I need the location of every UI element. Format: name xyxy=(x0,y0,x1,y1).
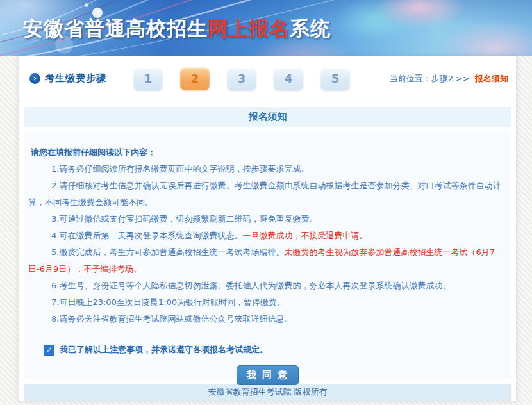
checkbox-check-icon: ✓ xyxy=(46,345,52,355)
agreement-row: ✓ 我已了解以上注意事项，并承诺遵守各项报名考试规定。 xyxy=(44,344,508,356)
notice-intro: 请您在填报前仔细阅读以下内容： xyxy=(31,144,508,161)
step-section-title-label: 考生缴费步骤 xyxy=(45,72,106,85)
breadcrumb-current: 报名须知 xyxy=(475,74,508,83)
breadcrumb-prefix: 当前位置：步骤2 >> xyxy=(390,74,470,83)
agree-button[interactable]: 我 同 意 xyxy=(237,365,299,385)
header-banner: 安徽省普通高校招生网上报名系统 xyxy=(0,0,532,56)
step-indicator: 12345 xyxy=(133,67,350,90)
step-box-3: 3 xyxy=(227,67,256,90)
step-box-5: 5 xyxy=(320,67,350,90)
notice-item-3: 3.可通过微信或支付宝扫码缴费，切勿频繁刷新二维码，避免重复缴费。 xyxy=(27,211,508,227)
notice-content-panel: 请您在填报前仔细阅读以下内容： 1.请务必仔细阅读所有报名缴费页面中的文字说明，… xyxy=(24,131,511,379)
breadcrumb: 当前位置：步骤2 >> 报名须知 xyxy=(390,73,508,85)
main-content-panel: › 考生缴费步骤 12345 当前位置：步骤2 >> 报名须知 报名须知 请您在… xyxy=(19,56,516,401)
step-section-title: › 考生缴费步骤 xyxy=(29,72,106,85)
notice-list: 1.请务必仔细阅读所有报名缴费页面中的文字说明，按步骤要求完成。2.请仔细核对考… xyxy=(27,161,508,327)
app-title-suffix: 系统 xyxy=(290,17,331,40)
agreement-checkbox[interactable]: ✓ xyxy=(44,345,54,356)
app-title: 安徽省普通高校招生网上报名系统 xyxy=(23,15,331,42)
footer-copyright: 安徽省教育招生考试院 版权所有 xyxy=(24,384,511,401)
notice-item-6: 6.考生号、身份证号等个人隐私信息切勿泄露。委托他人代为缴费的，务必本人再次登录… xyxy=(27,277,508,294)
notice-item-4-warning: 一旦缴费成功，不接受退费申请。 xyxy=(242,231,367,240)
notice-title: 报名须知 xyxy=(24,107,511,127)
notice-item-4: 4.可在缴费后第二天再次登录本系统查询缴费状态。一旦缴费成功，不接受退费申请。 xyxy=(27,227,508,244)
step-section-marker-icon: › xyxy=(29,73,40,84)
step-row: › 考生缴费步骤 12345 当前位置：步骤2 >> 报名须知 xyxy=(19,56,516,101)
step-box-4: 4 xyxy=(274,67,303,90)
button-row: 我 同 意 xyxy=(27,365,508,385)
notice-item-1: 1.请务必仔细阅读所有报名缴费页面中的文字说明，按步骤要求完成。 xyxy=(27,161,508,178)
agreement-label: 我已了解以上注意事项，并承诺遵守各项报名考试规定。 xyxy=(60,344,268,356)
notice-item-5: 5.缴费完成后，考生方可参加普通高校招生统一考试考场编排。未缴费的考生视为放弃参… xyxy=(27,244,508,277)
notice-item-8: 8.请务必关注省教育招生考试院网站或微信公众号获取详细信息。 xyxy=(27,311,508,327)
notice-item-7: 7.每日晚上23:00至次日凌晨1:00为银行对账时间，暂停缴费。 xyxy=(27,294,508,311)
notice-item-2: 2.请仔细核对考生信息并确认无误后再进行缴费。考生缴费金额由系统自动根据考生是否… xyxy=(27,178,508,211)
app-title-prefix: 安徽省普通高校招生 xyxy=(23,17,208,40)
app-title-highlight: 网上报名 xyxy=(208,17,290,40)
step-box-1: 1 xyxy=(133,67,163,90)
step-box-2-active: 2 xyxy=(180,67,210,90)
